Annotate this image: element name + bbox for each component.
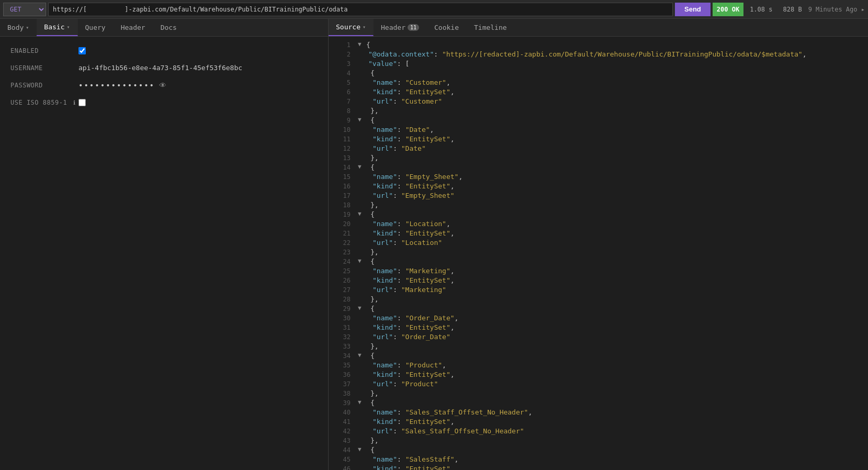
response-size: 828 B xyxy=(779,6,806,13)
line-number: 36 xyxy=(334,371,351,378)
code-line: 15"name": "Empty_Sheet", xyxy=(329,173,868,182)
tab-body[interactable]: Body ▾ xyxy=(0,19,37,36)
line-expand-icon[interactable]: ▼ xyxy=(358,399,363,406)
line-content: { xyxy=(366,305,375,312)
code-line: 22"url": "Location" xyxy=(329,239,868,248)
tab-response-header[interactable]: Header 11 xyxy=(374,19,427,36)
line-content: "name": "Marketing", xyxy=(366,267,455,275)
line-number: 32 xyxy=(334,333,351,341)
method-select[interactable]: GET POST PUT DELETE xyxy=(3,3,46,16)
line-expand-icon[interactable]: ▼ xyxy=(358,305,363,311)
line-content: "url": "Marketing" xyxy=(366,286,446,294)
line-number: 9 xyxy=(334,116,351,124)
line-content: { xyxy=(366,399,375,407)
code-line: 32"url": "Order_Date" xyxy=(329,333,868,342)
line-content: "name": "Customer", xyxy=(366,79,450,86)
code-line: 25"name": "Marketing", xyxy=(329,267,868,276)
code-line: 42"url": "Sales_Staff_Offset_No_Header" xyxy=(329,427,868,437)
code-line: 13}, xyxy=(329,154,868,163)
line-content: { xyxy=(366,69,375,77)
username-value: api-4fbc1b56-e8ee-4a73-85f1-45ef53f6e8bc xyxy=(78,64,242,72)
line-content: { xyxy=(366,210,375,218)
code-line: 38}, xyxy=(329,389,868,399)
line-number: 16 xyxy=(334,182,351,190)
line-expand-icon[interactable]: ▼ xyxy=(358,446,363,453)
tab-docs[interactable]: Docs xyxy=(153,19,185,36)
line-content: }, xyxy=(366,342,379,350)
line-expand-icon[interactable]: ▼ xyxy=(358,41,363,48)
line-number: 19 xyxy=(334,210,351,218)
line-content: "name": "Empty_Sheet", xyxy=(366,173,463,181)
tab-header[interactable]: Header xyxy=(114,19,153,36)
tab-basic-arrow: ▾ xyxy=(66,24,70,30)
line-number: 10 xyxy=(334,126,351,133)
line-number: 26 xyxy=(334,276,351,284)
tab-timeline[interactable]: Timeline xyxy=(467,19,515,36)
line-number: 23 xyxy=(334,248,351,256)
line-content: { xyxy=(366,116,375,124)
right-tab-bar: Source ▾ Header 11 Cookie Timeline xyxy=(329,19,868,37)
code-line: 39▼{ xyxy=(329,399,868,408)
code-line: 8}, xyxy=(329,107,868,116)
eye-icon[interactable]: 👁 xyxy=(159,81,166,89)
enabled-checkbox[interactable] xyxy=(78,47,86,54)
tab-cookie-label: Cookie xyxy=(434,24,459,31)
line-expand-icon[interactable]: ▼ xyxy=(358,116,363,123)
line-content: "url": "Product" xyxy=(366,380,438,388)
tab-basic[interactable]: Basic ▾ xyxy=(37,19,77,36)
tab-query-label: Query xyxy=(85,24,106,31)
line-number: 13 xyxy=(334,154,351,162)
line-number: 30 xyxy=(334,314,351,322)
line-number: 29 xyxy=(334,305,351,312)
password-label: PASSWORD xyxy=(10,82,78,89)
tab-source[interactable]: Source ▾ xyxy=(329,19,374,36)
send-button[interactable]: Send xyxy=(675,3,711,16)
info-icon[interactable]: ℹ xyxy=(73,99,76,106)
line-content: "name": "Product", xyxy=(366,361,446,369)
code-line: 35"name": "Product", xyxy=(329,361,868,371)
tab-body-arrow: ▾ xyxy=(26,25,29,30)
line-content: }, xyxy=(366,154,379,162)
line-expand-icon[interactable]: ▼ xyxy=(358,163,363,170)
line-number: 5 xyxy=(334,79,351,86)
line-number: 7 xyxy=(334,97,351,105)
username-row: USERNAME api-4fbc1b56-e8ee-4a73-85f1-45e… xyxy=(10,64,318,72)
line-number: 18 xyxy=(334,201,351,209)
url-input[interactable] xyxy=(48,3,673,16)
code-line: 28}, xyxy=(329,295,868,305)
use-iso-checkbox[interactable] xyxy=(78,99,86,106)
code-line: 44▼{ xyxy=(329,446,868,455)
code-line: 23}, xyxy=(329,248,868,258)
tab-query[interactable]: Query xyxy=(78,19,114,36)
left-tab-bar: Body ▾ Basic ▾ Query Header Docs xyxy=(0,19,328,37)
form-content: ENABLED USERNAME api-4fbc1b56-e8ee-4a73-… xyxy=(0,37,328,470)
line-expand-icon[interactable]: ▼ xyxy=(358,210,363,217)
line-number: 33 xyxy=(334,342,351,350)
code-line: 11"kind": "EntitySet", xyxy=(329,135,868,144)
line-number: 41 xyxy=(334,418,351,426)
tab-source-label: Source xyxy=(336,23,360,31)
code-line: 18}, xyxy=(329,201,868,210)
line-content: "name": "Location", xyxy=(366,220,450,228)
code-line: 9▼{ xyxy=(329,116,868,126)
line-content: "name": "SalesStaff", xyxy=(366,455,458,463)
tab-cookie[interactable]: Cookie xyxy=(427,19,467,36)
line-content: "url": "Order_Date" xyxy=(366,333,450,341)
line-expand-icon[interactable]: ▼ xyxy=(358,258,363,264)
line-content: "kind": "EntitySet", xyxy=(366,323,455,331)
enabled-row: ENABLED xyxy=(10,47,318,54)
use-iso-label: USE ISO 8859-1 ℹ xyxy=(10,99,78,106)
code-line: 2"@odata.context": "https://[redacted]-z… xyxy=(329,50,868,60)
line-number: 17 xyxy=(334,192,351,199)
response-time: 1.08 s xyxy=(746,6,776,13)
line-content: "kind": "EntitySet", xyxy=(366,88,455,96)
line-content: }, xyxy=(366,437,379,444)
password-field: •••••••••••••• 👁 xyxy=(78,81,166,89)
code-view[interactable]: 1▼{2"@odata.context": "https://[redacted… xyxy=(329,37,868,470)
code-line: 3"value": [ xyxy=(329,60,868,69)
line-content: { xyxy=(366,163,375,171)
line-expand-icon[interactable]: ▼ xyxy=(358,352,363,359)
line-number: 28 xyxy=(334,295,351,303)
code-line: 12"url": "Date" xyxy=(329,144,868,154)
line-number: 11 xyxy=(334,135,351,143)
